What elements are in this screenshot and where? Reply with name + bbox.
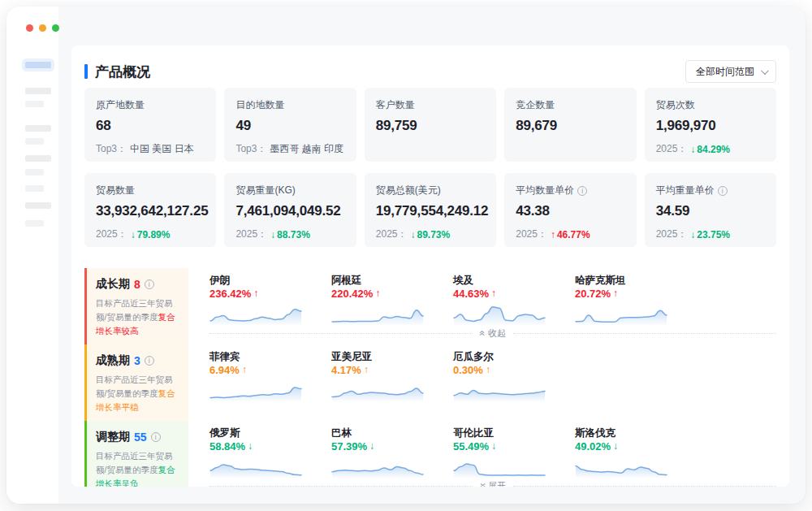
country-name: 巴林 <box>331 427 424 440</box>
sidebar-item-skeleton[interactable] <box>25 88 51 94</box>
sparkline-chart <box>209 301 302 326</box>
sidebar-item-skeleton[interactable] <box>25 138 44 145</box>
sidebar-nav-skeleton <box>25 62 58 227</box>
sidebar-item-skeleton[interactable] <box>25 185 44 192</box>
collapse-toggle[interactable]: «收起 <box>473 327 514 340</box>
stat-value: 89,759 <box>376 118 485 134</box>
divider-line <box>513 333 776 334</box>
trend-arrow-icon: ↓ <box>270 229 275 240</box>
country-name: 伊朗 <box>209 274 302 287</box>
minimize-window-button[interactable] <box>39 24 46 32</box>
country-row: 菲律宾6.94%↑亚美尼亚4.17%↑厄瓜多尔0.30%↑ <box>209 344 776 402</box>
trend-year-label: 2025： <box>656 227 688 241</box>
trend-pct: 88.73% <box>277 229 310 240</box>
stat-footer: 2025：↓79.89% <box>96 228 205 240</box>
trend-arrow-icon: ↑ <box>242 363 247 377</box>
country-name: 哈萨克斯坦 <box>575 274 667 287</box>
app-window: 产品概况 全部时间范围 原产地数量68Top3：中国 美国 日本目的地数量49T… <box>6 6 806 504</box>
stat-label-text: 贸易数量 <box>96 184 135 197</box>
trend-value: ↓79.89% <box>131 229 171 240</box>
stats-row-2: 贸易数量33,932,642,127.252025：↓79.89%贸易重量(KG… <box>84 173 776 247</box>
sidebar-item-skeleton[interactable] <box>25 125 51 132</box>
stat-card: 贸易重量(KG)7,461,094,049.522025：↓88.73% <box>224 173 356 247</box>
sidebar-item-skeleton[interactable] <box>25 202 51 209</box>
country-item: 哈萨克斯坦20.72%↑ <box>575 274 667 326</box>
country-name: 埃及 <box>453 274 546 287</box>
stat-card: 贸易次数1,969,9702025：↓84.29% <box>645 88 776 162</box>
stat-card: 原产地数量68Top3：中国 美国 日本 <box>84 88 216 162</box>
divider-line <box>209 486 473 487</box>
info-icon[interactable]: i <box>151 432 161 442</box>
stat-label: 平均重量单价i <box>656 184 765 197</box>
country-pct: 49.02% <box>575 440 611 453</box>
stats-row-1: 原产地数量68Top3：中国 美国 日本目的地数量49Top3：墨西哥 越南 印… <box>84 88 776 162</box>
sparkline-svg <box>209 378 302 402</box>
info-icon[interactable]: i <box>145 279 154 289</box>
trend-arrow-icon: ↓ <box>131 229 136 240</box>
sparkline-svg <box>209 454 302 479</box>
sparkline-svg <box>331 301 424 326</box>
stage-description-em: 复合增长率呈负 <box>96 465 175 487</box>
stat-card: 平均数量单价i43.382025：↑46.77% <box>504 173 636 247</box>
stage-row-mature: 成熟期3i目标产品近三年贸易额/贸易量的季度复合增长率平稳菲律宾6.94%↑亚美… <box>84 344 776 421</box>
country-name: 阿根廷 <box>331 274 424 287</box>
trend-year-label: 2025： <box>96 227 127 241</box>
top3-label: Top3： <box>96 142 127 156</box>
country-trend: 4.17%↑ <box>331 363 424 377</box>
country-name: 菲律宾 <box>209 350 302 363</box>
stat-card: 贸易数量33,932,642,127.252025：↓79.89% <box>84 173 216 247</box>
country-item: 伊朗236.42%↑ <box>209 274 302 326</box>
stage-description: 目标产品近三年贸易额/贸易量的季度复合增长率平稳 <box>96 373 182 414</box>
country-item: 厄瓜多尔0.30%↑ <box>453 350 546 402</box>
title-accent-bar <box>84 64 88 79</box>
stat-footer: 2025：↑46.77% <box>516 228 624 240</box>
top3-value: 中国 美国 日本 <box>130 142 194 156</box>
country-trend: 55.49%↓ <box>453 440 546 453</box>
stat-footer: 2025：↓23.75% <box>656 228 765 240</box>
sparkline-svg <box>453 301 546 326</box>
sidebar-item-skeleton[interactable] <box>25 155 51 162</box>
trend-pct: 89.73% <box>417 229 451 240</box>
stage-row-growth: 成长期8i目标产品近三年贸易额/贸易量的季度复合增长率较高伊朗236.42%↑阿… <box>84 268 776 344</box>
trend-value: ↓88.73% <box>270 229 310 240</box>
window-controls <box>26 24 59 32</box>
toggle-divider: «收起 <box>209 327 776 339</box>
country-item: 阿根廷220.42%↑ <box>331 274 424 326</box>
sparkline-chart <box>209 378 302 402</box>
stat-label-text: 目的地数量 <box>235 98 284 112</box>
stat-label-text: 客户数量 <box>376 98 415 112</box>
info-icon[interactable]: i <box>577 186 587 196</box>
trend-value: ↓89.73% <box>411 229 451 240</box>
close-window-button[interactable] <box>26 24 33 32</box>
sparkline-svg <box>331 378 424 402</box>
top3-label: Top3： <box>235 142 266 156</box>
fullscreen-window-button[interactable] <box>52 24 59 32</box>
country-name: 亚美尼亚 <box>331 350 424 363</box>
info-icon[interactable]: i <box>718 186 728 196</box>
divider-label: 收起 <box>488 327 506 340</box>
page-title: 产品概况 <box>95 63 150 81</box>
trend-year-label: 2025： <box>376 227 408 241</box>
stat-label: 贸易次数 <box>656 98 765 112</box>
info-icon[interactable]: i <box>145 356 154 366</box>
time-range-select[interactable]: 全部时间范围 <box>685 60 776 83</box>
sidebar <box>6 6 58 504</box>
country-name: 哥伦比亚 <box>453 427 546 440</box>
country-item: 菲律宾6.94%↑ <box>209 350 302 402</box>
trend-arrow-icon: ↑ <box>253 287 258 301</box>
trend-arrow-icon: ↑ <box>551 229 555 240</box>
stat-label: 原产地数量 <box>96 98 205 112</box>
sidebar-item-skeleton[interactable] <box>25 220 44 227</box>
sidebar-item-skeleton[interactable] <box>25 101 44 107</box>
sparkline-svg <box>453 378 546 402</box>
sparkline-chart <box>331 301 424 326</box>
stage-title: 成熟期3i <box>96 353 182 368</box>
sidebar-item-skeleton[interactable] <box>25 169 44 175</box>
stat-value: 19,779,554,249.12 <box>376 203 485 219</box>
stat-value: 1,969,970 <box>656 118 765 134</box>
stat-footer: Top3：墨西哥 越南 印度 <box>235 143 344 155</box>
sidebar-item-skeleton[interactable] <box>25 62 51 68</box>
sparkline-chart <box>453 378 546 402</box>
trend-pct: 79.89% <box>137 229 171 240</box>
expand-toggle[interactable]: «展开 <box>473 480 514 487</box>
